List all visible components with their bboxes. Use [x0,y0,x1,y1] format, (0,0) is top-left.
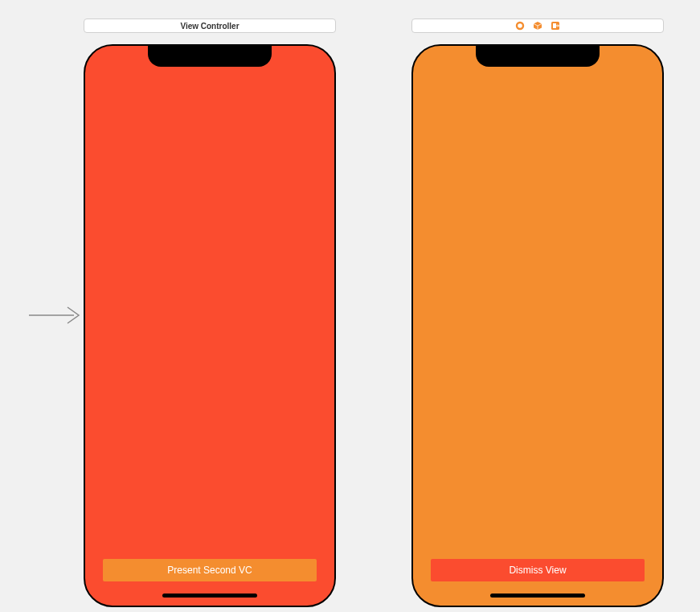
device-notch [148,46,272,67]
scene-title-bar-selected[interactable] [411,18,664,33]
home-indicator [162,594,257,598]
first-responder-icon[interactable] [533,21,542,31]
device-notch [476,46,600,67]
scene-title-label: View Controller [180,22,239,31]
present-second-vc-button[interactable]: Present Second VC [103,559,317,581]
scene-title-bar[interactable]: View Controller [84,18,336,33]
svg-point-1 [517,23,523,29]
device-frame[interactable]: Dismiss View [411,44,664,607]
button-label: Present Second VC [167,565,252,576]
svg-rect-5 [553,23,556,28]
files-owner-icon[interactable] [515,21,525,31]
storyboard-entry-arrow [29,304,82,330]
device-frame[interactable]: Present Second VC [84,44,336,607]
scene-second-view-controller[interactable]: Dismiss View [411,18,664,607]
home-indicator [490,594,585,598]
scene-view-controller[interactable]: View Controller Present Second VC [84,18,336,607]
button-label: Dismiss View [509,565,566,576]
dismiss-view-button[interactable]: Dismiss View [431,559,645,581]
exit-icon[interactable] [551,21,560,31]
